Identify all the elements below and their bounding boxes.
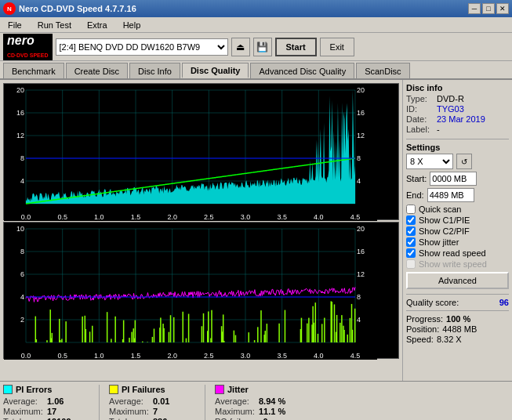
minimize-button[interactable]: ─ — [468, 3, 481, 14]
disc-type-row: Type: DVD-R — [406, 94, 509, 103]
menu-help[interactable]: Help — [118, 19, 146, 31]
position-row: Position: 4488 MB — [406, 324, 509, 334]
id-label: ID: — [406, 104, 434, 114]
maximize-button[interactable]: □ — [482, 3, 495, 14]
pi-errors-color — [3, 385, 13, 394]
date-value: 23 Mar 2019 — [437, 114, 485, 124]
position-value: 4488 MB — [442, 324, 477, 334]
jitter-max-value: 11.1 % — [259, 407, 285, 416]
end-row: End: — [406, 188, 509, 202]
pi-errors-total: Total: 19109 — [3, 417, 89, 420]
jitter-label: Jitter — [227, 385, 249, 394]
tab-disc-info[interactable]: Disc Info — [129, 63, 180, 78]
app-icon: N — [3, 2, 16, 15]
pi-failures-total: Total: 886 — [109, 417, 195, 420]
tab-benchmark[interactable]: Benchmark — [3, 63, 64, 78]
jitter-avg-label: Average: — [215, 396, 256, 406]
tab-scandisc[interactable]: ScanDisc — [356, 63, 409, 78]
divider-2 — [406, 294, 509, 295]
show-c2-row: Show C2/PIF — [406, 226, 509, 236]
pi-total-label: Total: — [3, 417, 44, 420]
title-bar-controls[interactable]: ─ □ ✕ — [468, 3, 509, 14]
speed-select[interactable]: 8 X — [406, 154, 453, 169]
pif-total-label: Total: — [109, 417, 150, 420]
pi-errors-group: PI Errors Average: 1.06 Maximum: 17 Tota… — [3, 385, 89, 420]
progress-value: 100 % — [446, 314, 470, 324]
main-content: Disc info Type: DVD-R ID: TYG03 Date: 23… — [0, 80, 512, 381]
show-write-row: Show write speed — [406, 259, 509, 269]
menu-bar: File Run Test Extra Help — [0, 17, 512, 33]
pi-avg-label: Average: — [3, 396, 44, 406]
show-read-label: Show read speed — [419, 248, 486, 258]
quick-scan-checkbox[interactable] — [406, 205, 416, 214]
tab-disc-quality[interactable]: Disc Quality — [182, 63, 249, 78]
show-c1-row: Show C1/PIE — [406, 215, 509, 225]
settings-refresh-button[interactable]: ↺ — [456, 154, 472, 169]
type-value: DVD-R — [437, 94, 464, 103]
speed-value: 8.32 X — [437, 335, 462, 344]
charts-area — [0, 80, 402, 381]
menu-run-test[interactable]: Run Test — [33, 19, 76, 31]
jitter-color — [215, 385, 224, 394]
progress-row: Progress: 100 % — [406, 314, 509, 324]
jitter-po: PO failures: 0 — [215, 417, 301, 420]
nero-logo: neroCD·DVD SPEED — [3, 34, 53, 60]
settings-title: Settings — [406, 143, 509, 152]
advanced-button[interactable]: Advanced — [406, 272, 509, 289]
show-write-checkbox — [406, 259, 416, 269]
start-button[interactable]: Start — [275, 38, 317, 56]
pi-avg-value: 1.06 — [47, 396, 64, 406]
disc-date-row: Date: 23 Mar 2019 — [406, 114, 509, 124]
pi-max-label: Maximum: — [3, 407, 44, 416]
show-c1-label: Show C1/PIE — [419, 215, 470, 225]
show-jitter-checkbox[interactable] — [406, 237, 416, 247]
eject-button[interactable]: ⏏ — [231, 38, 250, 56]
pi-failures-max: Maximum: 7 — [109, 407, 195, 416]
tab-create-disc[interactable]: Create Disc — [66, 63, 128, 78]
menu-file[interactable]: File — [3, 19, 27, 31]
drive-select[interactable]: [2:4] BENQ DVD DD DW1620 B7W9 — [56, 38, 228, 56]
jitter-header: Jitter — [215, 385, 301, 394]
id-value: TYG03 — [437, 104, 464, 114]
jitter-group: Jitter Average: 8.94 % Maximum: 11.1 % P… — [215, 385, 301, 420]
close-button[interactable]: ✕ — [496, 3, 509, 14]
menu-extra[interactable]: Extra — [82, 19, 112, 31]
tab-bar: Benchmark Create Disc Disc Info Disc Qua… — [0, 61, 512, 80]
show-read-checkbox[interactable] — [406, 248, 416, 258]
title-bar-left: N Nero CD-DVD Speed 4.7.7.16 — [3, 2, 136, 15]
pi-failures-group: PI Failures Average: 0.01 Maximum: 7 Tot… — [109, 385, 195, 420]
pi-failures-color — [109, 385, 118, 394]
pi-max-value: 17 — [47, 407, 56, 416]
pi-failures-avg: Average: 0.01 — [109, 396, 195, 406]
progress-section: Progress: 100 % Position: 4488 MB Speed:… — [406, 314, 509, 344]
jitter-max: Maximum: 11.1 % — [215, 407, 301, 416]
show-c1-checkbox[interactable] — [406, 215, 416, 225]
jitter-po-label: PO failures: — [215, 417, 260, 420]
save-button[interactable]: 💾 — [253, 38, 272, 56]
label-label: Label: — [406, 125, 434, 134]
toolbar: neroCD·DVD SPEED [2:4] BENQ DVD DD DW162… — [0, 33, 512, 61]
right-panel: Disc info Type: DVD-R ID: TYG03 Date: 23… — [402, 80, 512, 381]
start-label: Start: — [406, 174, 427, 183]
divider-3 — [406, 310, 509, 311]
bottom-chart — [3, 222, 399, 359]
tab-advanced-disc-quality[interactable]: Advanced Disc Quality — [250, 63, 354, 78]
pif-total-value: 886 — [153, 417, 167, 420]
show-c2-checkbox[interactable] — [406, 226, 416, 236]
title-bar: N Nero CD-DVD Speed 4.7.7.16 ─ □ ✕ — [0, 0, 512, 17]
speed-row: 8 X ↺ — [406, 154, 509, 169]
end-input[interactable] — [427, 188, 474, 202]
exit-button[interactable]: Exit — [320, 38, 354, 56]
pi-total-value: 19109 — [47, 417, 71, 420]
quick-scan-row: Quick scan — [406, 205, 509, 214]
pif-max-label: Maximum: — [109, 407, 150, 416]
end-label: End: — [406, 190, 424, 200]
settings-section: Settings 8 X ↺ Start: End: Quick scan — [406, 143, 509, 289]
show-jitter-label: Show jitter — [419, 237, 459, 247]
stat-divider-2 — [205, 385, 205, 420]
type-label: Type: — [406, 94, 434, 103]
start-input[interactable] — [430, 172, 477, 186]
pif-avg-label: Average: — [109, 396, 150, 406]
jitter-avg-value: 8.94 % — [259, 396, 285, 406]
disc-id-row: ID: TYG03 — [406, 104, 509, 114]
